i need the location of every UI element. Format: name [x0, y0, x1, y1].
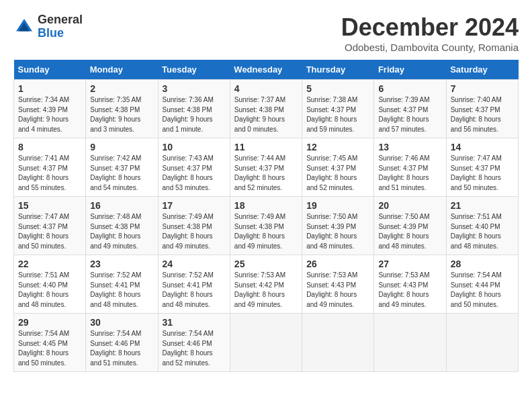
- calendar-cell: 11Sunrise: 7:44 AM Sunset: 4:37 PM Dayli…: [230, 138, 302, 197]
- calendar-cell: 5Sunrise: 7:38 AM Sunset: 4:37 PM Daylig…: [302, 80, 374, 138]
- day-info: Sunrise: 7:49 AM Sunset: 4:38 PM Dayligh…: [234, 212, 298, 251]
- calendar-cell: 7Sunrise: 7:40 AM Sunset: 4:37 PM Daylig…: [446, 80, 518, 138]
- day-info: Sunrise: 7:35 AM Sunset: 4:38 PM Dayligh…: [90, 95, 153, 134]
- calendar-cell: 28Sunrise: 7:54 AM Sunset: 4:44 PM Dayli…: [446, 255, 518, 314]
- day-number: 30: [90, 317, 153, 328]
- day-number: 28: [451, 259, 514, 269]
- page-header: General Blue December 2024 Odobesti, Dam…: [13, 13, 519, 53]
- day-info: Sunrise: 7:34 AM Sunset: 4:39 PM Dayligh…: [18, 95, 81, 134]
- day-info: Sunrise: 7:38 AM Sunset: 4:37 PM Dayligh…: [306, 95, 369, 134]
- day-number: 10: [163, 142, 226, 152]
- calendar-cell: [302, 314, 374, 372]
- calendar-cell: 24Sunrise: 7:52 AM Sunset: 4:41 PM Dayli…: [158, 255, 230, 314]
- week-row-2: 8Sunrise: 7:41 AM Sunset: 4:37 PM Daylig…: [14, 138, 519, 197]
- day-number: 7: [451, 83, 514, 94]
- day-info: Sunrise: 7:43 AM Sunset: 4:37 PM Dayligh…: [163, 154, 226, 193]
- day-info: Sunrise: 7:40 AM Sunset: 4:37 PM Dayligh…: [451, 95, 514, 134]
- day-header-thursday: Thursday: [302, 60, 374, 80]
- calendar-cell: [446, 314, 518, 372]
- calendar-cell: 8Sunrise: 7:41 AM Sunset: 4:37 PM Daylig…: [14, 138, 86, 197]
- calendar-cell: 2Sunrise: 7:35 AM Sunset: 4:38 PM Daylig…: [86, 80, 158, 138]
- day-number: 1: [18, 83, 81, 94]
- day-number: 8: [18, 142, 81, 152]
- day-number: 27: [378, 259, 441, 269]
- day-info: Sunrise: 7:54 AM Sunset: 4:46 PM Dayligh…: [163, 329, 226, 368]
- day-info: Sunrise: 7:49 AM Sunset: 4:38 PM Dayligh…: [163, 212, 226, 251]
- month-title: December 2024: [341, 13, 519, 42]
- day-number: 23: [90, 259, 153, 269]
- logo: General Blue: [13, 13, 83, 40]
- calendar-cell: 6Sunrise: 7:39 AM Sunset: 4:37 PM Daylig…: [374, 80, 446, 138]
- day-header-monday: Monday: [86, 60, 158, 80]
- day-number: 24: [163, 259, 226, 269]
- day-header-saturday: Saturday: [446, 60, 518, 80]
- calendar-cell: [374, 314, 446, 372]
- calendar-cell: 1Sunrise: 7:34 AM Sunset: 4:39 PM Daylig…: [14, 80, 86, 138]
- calendar-cell: 15Sunrise: 7:47 AM Sunset: 4:37 PM Dayli…: [14, 197, 86, 255]
- day-number: 14: [451, 142, 514, 152]
- day-info: Sunrise: 7:44 AM Sunset: 4:37 PM Dayligh…: [234, 154, 298, 193]
- day-info: Sunrise: 7:45 AM Sunset: 4:37 PM Dayligh…: [306, 154, 369, 193]
- day-number: 15: [18, 200, 81, 211]
- title-block: December 2024 Odobesti, Dambovita County…: [341, 13, 519, 53]
- day-info: Sunrise: 7:46 AM Sunset: 4:37 PM Dayligh…: [378, 154, 441, 193]
- day-number: 2: [90, 83, 153, 94]
- day-info: Sunrise: 7:42 AM Sunset: 4:37 PM Dayligh…: [90, 154, 153, 193]
- day-header-friday: Friday: [374, 60, 446, 80]
- calendar-cell: 19Sunrise: 7:50 AM Sunset: 4:39 PM Dayli…: [302, 197, 374, 255]
- day-info: Sunrise: 7:52 AM Sunset: 4:41 PM Dayligh…: [90, 271, 153, 310]
- calendar-cell: 10Sunrise: 7:43 AM Sunset: 4:37 PM Dayli…: [158, 138, 230, 197]
- day-number: 5: [306, 83, 369, 94]
- week-row-4: 22Sunrise: 7:51 AM Sunset: 4:40 PM Dayli…: [14, 255, 519, 314]
- day-number: 16: [90, 200, 153, 211]
- day-info: Sunrise: 7:41 AM Sunset: 4:37 PM Dayligh…: [18, 154, 81, 193]
- calendar-cell: 9Sunrise: 7:42 AM Sunset: 4:37 PM Daylig…: [86, 138, 158, 197]
- day-info: Sunrise: 7:47 AM Sunset: 4:37 PM Dayligh…: [18, 212, 81, 251]
- calendar-cell: 30Sunrise: 7:54 AM Sunset: 4:46 PM Dayli…: [86, 314, 158, 372]
- day-info: Sunrise: 7:47 AM Sunset: 4:37 PM Dayligh…: [451, 154, 514, 193]
- day-number: 9: [90, 142, 153, 152]
- calendar-cell: 22Sunrise: 7:51 AM Sunset: 4:40 PM Dayli…: [14, 255, 86, 314]
- day-number: 3: [163, 83, 226, 94]
- calendar-cell: 17Sunrise: 7:49 AM Sunset: 4:38 PM Dayli…: [158, 197, 230, 255]
- logo-text: General Blue: [38, 13, 83, 40]
- day-number: 20: [378, 200, 441, 211]
- day-number: 13: [378, 142, 441, 152]
- day-number: 6: [378, 83, 441, 94]
- week-row-3: 15Sunrise: 7:47 AM Sunset: 4:37 PM Dayli…: [14, 197, 519, 255]
- day-header-sunday: Sunday: [14, 60, 86, 80]
- location: Odobesti, Dambovita County, Romania: [341, 42, 519, 53]
- day-header-wednesday: Wednesday: [230, 60, 302, 80]
- day-info: Sunrise: 7:39 AM Sunset: 4:37 PM Dayligh…: [378, 95, 441, 134]
- calendar-cell: 21Sunrise: 7:51 AM Sunset: 4:40 PM Dayli…: [446, 197, 518, 255]
- day-info: Sunrise: 7:53 AM Sunset: 4:43 PM Dayligh…: [306, 271, 369, 310]
- calendar-cell: [230, 314, 302, 372]
- calendar-cell: 16Sunrise: 7:48 AM Sunset: 4:38 PM Dayli…: [86, 197, 158, 255]
- day-number: 31: [163, 317, 226, 328]
- calendar-cell: 20Sunrise: 7:50 AM Sunset: 4:39 PM Dayli…: [374, 197, 446, 255]
- day-info: Sunrise: 7:54 AM Sunset: 4:46 PM Dayligh…: [90, 329, 153, 368]
- logo-icon: [13, 16, 35, 38]
- calendar-cell: 12Sunrise: 7:45 AM Sunset: 4:37 PM Dayli…: [302, 138, 374, 197]
- day-info: Sunrise: 7:54 AM Sunset: 4:45 PM Dayligh…: [18, 329, 81, 368]
- calendar-cell: 18Sunrise: 7:49 AM Sunset: 4:38 PM Dayli…: [230, 197, 302, 255]
- day-number: 21: [451, 200, 514, 211]
- day-info: Sunrise: 7:48 AM Sunset: 4:38 PM Dayligh…: [90, 212, 153, 251]
- calendar-cell: 4Sunrise: 7:37 AM Sunset: 4:38 PM Daylig…: [230, 80, 302, 138]
- calendar-cell: 29Sunrise: 7:54 AM Sunset: 4:45 PM Dayli…: [14, 314, 86, 372]
- week-row-5: 29Sunrise: 7:54 AM Sunset: 4:45 PM Dayli…: [14, 314, 519, 372]
- day-number: 19: [306, 200, 369, 211]
- day-info: Sunrise: 7:51 AM Sunset: 4:40 PM Dayligh…: [18, 271, 81, 310]
- calendar-cell: 14Sunrise: 7:47 AM Sunset: 4:37 PM Dayli…: [446, 138, 518, 197]
- calendar-cell: 13Sunrise: 7:46 AM Sunset: 4:37 PM Dayli…: [374, 138, 446, 197]
- day-number: 4: [234, 83, 298, 94]
- day-number: 26: [306, 259, 369, 269]
- calendar-cell: 3Sunrise: 7:36 AM Sunset: 4:38 PM Daylig…: [158, 80, 230, 138]
- day-info: Sunrise: 7:51 AM Sunset: 4:40 PM Dayligh…: [451, 212, 514, 251]
- day-number: 18: [234, 200, 298, 211]
- day-number: 17: [163, 200, 226, 211]
- calendar-header-row: SundayMondayTuesdayWednesdayThursdayFrid…: [14, 60, 519, 80]
- day-info: Sunrise: 7:36 AM Sunset: 4:38 PM Dayligh…: [163, 95, 226, 134]
- day-number: 12: [306, 142, 369, 152]
- calendar-cell: 27Sunrise: 7:53 AM Sunset: 4:43 PM Dayli…: [374, 255, 446, 314]
